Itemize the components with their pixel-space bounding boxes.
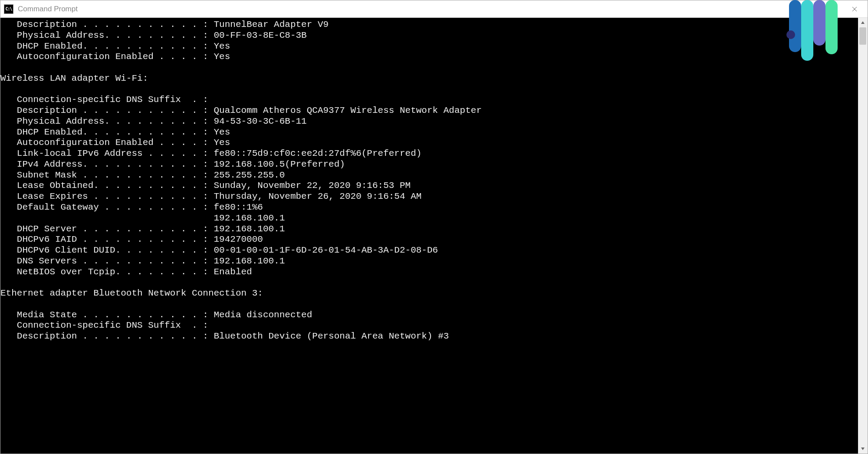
svg-marker-5 [861, 447, 865, 450]
scroll-track[interactable] [858, 27, 868, 444]
terminal-container: Description . . . . . . . . . . . : Tunn… [0, 18, 868, 454]
svg-marker-4 [861, 21, 865, 24]
scroll-down-arrow-icon[interactable] [858, 444, 868, 454]
scroll-thumb[interactable] [859, 27, 866, 45]
titlebar[interactable]: C:\ Command Prompt [0, 0, 868, 18]
minimize-button[interactable] [789, 0, 815, 17]
close-button[interactable] [842, 0, 868, 17]
scroll-up-arrow-icon[interactable] [858, 18, 868, 27]
window-title: Command Prompt [18, 5, 78, 13]
svg-rect-1 [826, 7, 831, 11]
terminal-output[interactable]: Description . . . . . . . . . . . : Tunn… [0, 18, 858, 454]
app-icon: C:\ [4, 4, 13, 14]
command-prompt-window: C:\ Command Prompt Description . . . . .… [0, 0, 868, 454]
window-controls [789, 0, 868, 17]
maximize-button[interactable] [815, 0, 842, 17]
vertical-scrollbar[interactable] [858, 18, 868, 454]
app-icon-text: C:\ [5, 7, 12, 11]
